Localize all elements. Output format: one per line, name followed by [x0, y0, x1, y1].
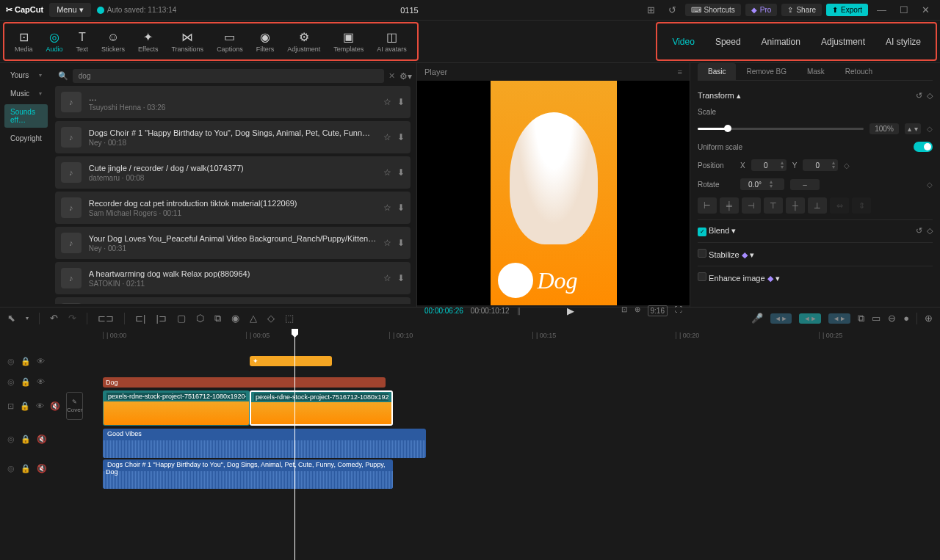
player-viewport[interactable]: Dog	[417, 81, 690, 305]
download-icon[interactable]: ⬇	[397, 132, 405, 142]
lock-icon[interactable]: 🔒	[21, 377, 31, 387]
zoom-out-icon[interactable]: ⊖	[888, 313, 896, 324]
props-tab-mask[interactable]: Mask	[797, 63, 835, 80]
keyframe-icon[interactable]: ◇	[927, 91, 933, 101]
uniform-toggle[interactable]	[914, 142, 933, 152]
download-icon[interactable]: ⬇	[397, 238, 405, 248]
audio-clip-a[interactable]: Good Vibes	[103, 429, 426, 458]
inspector-tab-ai-stylize[interactable]: AI stylize	[875, 31, 931, 53]
favorite-icon[interactable]: ☆	[383, 273, 391, 283]
ratio-badge[interactable]: 9:16	[648, 305, 668, 316]
sidebar-item-music[interactable]: Music▾	[4, 86, 48, 101]
blend-keyframe-icon[interactable]: ◇	[927, 226, 933, 236]
undo-icon[interactable]: ↶	[50, 313, 58, 324]
delete-icon[interactable]: ▢	[177, 313, 186, 324]
export-button[interactable]: ⬆ Export	[826, 4, 868, 16]
scale-slider[interactable]	[698, 128, 864, 130]
audio-track-2[interactable]: Dogs Choir # 1 "Happy Birthday to You", …	[73, 459, 940, 489]
download-icon[interactable]: ⬇	[397, 273, 405, 283]
chip-2[interactable]: ◄►	[799, 313, 821, 324]
toolbar-audio[interactable]: ◎Audio	[40, 27, 69, 56]
eye-icon[interactable]: ◎	[7, 357, 15, 366]
playhead[interactable]	[294, 329, 295, 560]
scale-value[interactable]: 100%	[870, 123, 899, 134]
clear-icon[interactable]: ✕	[388, 71, 395, 81]
align-top-icon[interactable]: ⊤	[764, 197, 783, 214]
mute-icon[interactable]: 🔇	[37, 434, 47, 444]
sidebar-item-copyright[interactable]: Copyright	[4, 131, 48, 146]
pos-x-input[interactable]: ▴▾	[751, 159, 787, 171]
copy-icon[interactable]: ⧉	[214, 313, 221, 324]
fullscreen-icon[interactable]: ⛶	[675, 305, 682, 316]
zoom-fit-icon[interactable]: ⊕	[925, 313, 933, 324]
toolbar-ai avatars[interactable]: ◫AI avatars	[371, 27, 413, 56]
favorite-icon[interactable]: ☆	[383, 167, 391, 178]
audio-item[interactable]: ♪ Recorder dog cat pet introduction tikt…	[55, 192, 411, 224]
stabilize-header[interactable]: Stabilize ◆ ▾	[698, 249, 754, 260]
align-right-icon[interactable]: ⊣	[742, 197, 761, 214]
props-tab-retouch[interactable]: Retouch	[835, 63, 883, 80]
split-icon[interactable]: ⊏⊐	[98, 313, 114, 324]
mute-icon[interactable]: 🔇	[50, 401, 60, 411]
shortcuts-button[interactable]: ⌨ Shortcuts	[685, 4, 741, 16]
pro-button[interactable]: ◆ Pro	[745, 4, 778, 16]
favorite-icon[interactable]: ☆	[383, 238, 391, 248]
download-icon[interactable]: ⬇	[397, 97, 405, 107]
toolbar-transitions[interactable]: ⋈Transitions	[165, 27, 209, 56]
history-icon[interactable]: ↺	[664, 4, 681, 15]
filter-icon[interactable]: ⚙▾	[400, 71, 412, 81]
audio-item[interactable]: ♪ A heartwarming dog walk Relax pop(8809…	[55, 262, 411, 294]
distribute-h-icon[interactable]: ⇔	[830, 197, 849, 214]
zoom-icon[interactable]: ⊕	[634, 305, 640, 316]
blend-header[interactable]: ✓ Blend ▾	[698, 226, 736, 236]
align-bottom-icon[interactable]: ⊥	[808, 197, 827, 214]
toolbar-templates[interactable]: ▣Templates	[328, 27, 369, 56]
enhance-header[interactable]: Enhance image ◆ ▾	[698, 272, 780, 283]
minimize-button[interactable]: —	[872, 4, 891, 15]
pos-keyframe-icon[interactable]: ◇	[844, 161, 850, 170]
stabilize-checkbox[interactable]	[698, 249, 706, 258]
props-tab-remove-bg[interactable]: Remove BG	[736, 63, 796, 80]
audio-item[interactable]: ♪ Dogs Choir # 1 "Happy Birthday to You"…	[55, 121, 411, 153]
video-track[interactable]: pexels-rdne-stock-project-7516712-1080x1…	[73, 390, 940, 427]
distribute-v-icon[interactable]: ⇕	[852, 197, 871, 214]
prev-frame-icon[interactable]: ∥	[517, 307, 521, 315]
tracks-area[interactable]: | 00:00| 00:05| 00:10| 00:15| 00:20| 00:…	[73, 329, 940, 560]
toolbar-filters[interactable]: ◉Filters	[250, 27, 281, 56]
favorite-icon[interactable]: ☆	[383, 203, 391, 213]
lock-icon[interactable]: 🔒	[21, 357, 31, 366]
preview-icon[interactable]: ▭	[872, 313, 881, 324]
toolbar-adjustment[interactable]: ⚙Adjustment	[281, 27, 326, 56]
play-button[interactable]: ▶	[528, 305, 614, 316]
trim-right-icon[interactable]: |⊐	[156, 313, 166, 324]
toolbar-text[interactable]: TText	[70, 28, 95, 56]
audio-item[interactable]: ♪ Your Dog Loves You_Peaceful Animal Vid…	[55, 227, 411, 259]
audio-track-1[interactable]: Good Vibes	[73, 429, 940, 458]
blend-checkbox[interactable]: ✓	[698, 228, 706, 236]
player-menu-icon[interactable]: ≡	[678, 68, 682, 76]
lock-icon[interactable]: 🔒	[21, 434, 31, 444]
audio-item[interactable]: ♪ Day in the Life of a Lazy Dog(1004662)…	[55, 297, 411, 304]
align-vcenter-icon[interactable]: ┼	[786, 197, 805, 214]
toolbar-stickers[interactable]: ☺Stickers	[95, 28, 131, 56]
eye-icon[interactable]: ◎	[7, 434, 15, 444]
link-icon[interactable]: ⊡	[7, 401, 14, 411]
redo-icon[interactable]: ↷	[68, 313, 76, 324]
inspector-tab-adjustment[interactable]: Adjustment	[811, 31, 875, 53]
lock-icon[interactable]: 🔒	[20, 401, 30, 411]
favorite-icon[interactable]: ☆	[383, 132, 391, 142]
pointer-icon[interactable]: ⬉	[7, 313, 15, 324]
props-tab-basic[interactable]: Basic	[698, 63, 736, 80]
text-clip[interactable]: Dog	[103, 377, 386, 388]
download-icon[interactable]: ⬇	[397, 167, 405, 178]
aspect-icon[interactable]: ⊡	[621, 305, 627, 316]
trim-left-icon[interactable]: ⊏|	[135, 313, 145, 324]
share-button[interactable]: ⇪ Share	[781, 4, 822, 16]
download-icon[interactable]: ⬇	[397, 203, 405, 213]
lock-icon[interactable]: 🔒	[21, 464, 31, 473]
fx-track[interactable]: ✦	[73, 346, 940, 376]
chip-1[interactable]: ◄►	[770, 313, 792, 324]
search-input[interactable]	[73, 69, 384, 83]
toolbar-captions[interactable]: ▭Captions	[211, 27, 249, 56]
align-hcenter-icon[interactable]: ╪	[720, 197, 739, 214]
